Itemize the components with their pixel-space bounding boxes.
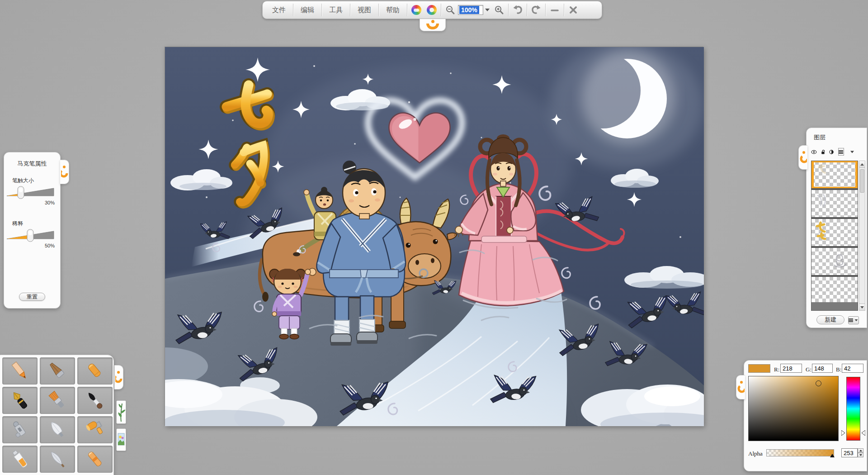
alpha-slider[interactable]: [766, 449, 834, 456]
toolbar-separator: [407, 4, 407, 16]
layers-list: [811, 161, 858, 311]
toolbar-separator: [564, 4, 564, 16]
layer-thumbnail-1[interactable]: [811, 161, 858, 190]
saturation-value-square[interactable]: [748, 376, 839, 441]
handle-arc-icon: [426, 24, 439, 29]
toolbar-separator: [293, 4, 293, 16]
green-input[interactable]: [812, 364, 833, 373]
layer-thumbnail-4[interactable]: [811, 248, 858, 277]
hue-arrow-left[interactable]: [841, 430, 845, 436]
hue-bar[interactable]: [846, 377, 860, 441]
brush-size-label: 笔触大小: [12, 177, 60, 185]
alpha-slider-marker[interactable]: [830, 454, 835, 457]
brush-tool-fountain-pen[interactable]: [2, 387, 38, 414]
menu-tools[interactable]: 工具: [323, 2, 349, 18]
dilution-value: 50%: [4, 243, 55, 248]
brush-size-value: 30%: [4, 200, 55, 205]
current-color-swatch[interactable]: [748, 364, 770, 373]
handle-crescent-icon: [115, 370, 123, 385]
handle-crescent-icon: [737, 380, 745, 395]
canvas-artwork[interactable]: [165, 47, 704, 426]
zoom-in-icon[interactable]: [491, 2, 507, 18]
alpha-spinner: [858, 448, 863, 457]
canvas-area[interactable]: [165, 47, 703, 426]
layer-menu-caret-icon[interactable]: [850, 151, 854, 153]
brush-size-slider[interactable]: [7, 185, 57, 200]
layer-blend-contrast-icon[interactable]: [829, 148, 834, 156]
rainbow-ring-logo-icon[interactable]: [424, 2, 439, 18]
close-icon[interactable]: [566, 2, 581, 18]
scrollbar-thumb[interactable]: [860, 169, 864, 193]
hue-arrow-right[interactable]: [861, 430, 865, 436]
layer-unlock-icon[interactable]: [821, 148, 826, 156]
brush-tool-ink-brush[interactable]: [77, 387, 113, 414]
brush-properties-collapse-handle[interactable]: [60, 160, 69, 184]
zoom-dropdown-icon[interactable]: [485, 9, 490, 11]
minimize-icon[interactable]: [547, 2, 562, 18]
crescent-moon: [581, 51, 675, 145]
zoom-level-value[interactable]: 100%: [459, 6, 479, 14]
green-label: G:: [806, 366, 811, 373]
redo-icon[interactable]: [528, 2, 544, 18]
brush-tool-crayon[interactable]: [77, 446, 113, 473]
layer-visibility-eye-icon[interactable]: [811, 149, 817, 155]
handle-crescent-icon: [61, 164, 68, 180]
toolbar-separator: [527, 4, 527, 16]
brush-palette-panel: [0, 355, 114, 475]
dilution-label: 稀释: [12, 220, 60, 228]
brush-tool-grid: [2, 357, 113, 473]
scroll-down-button[interactable]: [859, 304, 865, 310]
blue-input[interactable]: [842, 364, 863, 373]
reset-button[interactable]: 重置: [19, 293, 45, 301]
layer-thumbnail-3[interactable]: [811, 219, 858, 248]
toolbar-collapse-handle[interactable]: [420, 19, 446, 31]
red-input[interactable]: [780, 364, 802, 373]
toolbar-separator: [321, 4, 322, 16]
brush-tool-oil-knife[interactable]: [40, 446, 75, 473]
new-layer-button[interactable]: 新建: [816, 315, 844, 324]
brush-palette-collapse-handle[interactable]: [114, 365, 123, 390]
brush-tool-paint-roller[interactable]: [77, 416, 113, 443]
brush-tool-marker[interactable]: [77, 357, 113, 385]
toolbar-separator: [378, 4, 379, 16]
brush-tool-flat-brush[interactable]: [40, 387, 75, 414]
layer-list-menu-button[interactable]: [848, 316, 859, 324]
menu-view[interactable]: 视图: [352, 2, 377, 18]
scroll-up-button[interactable]: [859, 161, 865, 168]
layers-panel-title: 图层: [814, 133, 867, 142]
menu-edit[interactable]: 编辑: [295, 2, 320, 18]
brush-tool-wooden-pen[interactable]: [40, 357, 75, 385]
brush-tool-palette-knife[interactable]: [40, 416, 75, 443]
alpha-input[interactable]: [841, 448, 858, 457]
zoom-level-field[interactable]: 100%: [458, 5, 483, 15]
brush-tool-paint-tube[interactable]: [2, 446, 38, 473]
color-picker-panel: R: G: B: Alpha: [744, 360, 867, 471]
brush-properties-title: 马克笔属性: [4, 160, 60, 168]
red-label: R:: [774, 366, 779, 373]
dilution-slider[interactable]: [7, 228, 57, 243]
color-panel-collapse-handle[interactable]: [736, 375, 745, 399]
alpha-spin-up[interactable]: [858, 448, 863, 453]
plant-stamp-tool[interactable]: [116, 400, 126, 424]
brush-properties-panel: 马克笔属性 笔触大小 30% 稀释 50% 重置: [4, 152, 61, 309]
menu-help[interactable]: 帮助: [380, 2, 406, 18]
alpha-spin-down[interactable]: [858, 453, 863, 457]
undo-icon[interactable]: [510, 2, 525, 18]
handle-dot-icon: [431, 20, 434, 23]
layers-panel: 图层 新建: [806, 128, 867, 328]
picture-stamp-tool[interactable]: [116, 428, 126, 451]
layer-menu-icon[interactable]: [838, 148, 844, 156]
menu-file[interactable]: 文件: [266, 2, 292, 18]
zoom-out-icon[interactable]: [443, 2, 458, 18]
layer-thumbnail-2[interactable]: [811, 190, 858, 219]
main-toolbar: 文件 编辑 工具 视图 帮助 100%: [262, 1, 602, 19]
brush-tool-colored-pencil[interactable]: [2, 357, 38, 385]
brush-tool-airbrush[interactable]: [2, 416, 38, 443]
sv-selector-ring[interactable]: [816, 380, 821, 386]
handle-crescent-icon: [800, 150, 807, 165]
alpha-label: Alpha: [748, 450, 763, 457]
layers-scrollbar[interactable]: [859, 161, 865, 311]
layer-thumbnail-5[interactable]: [811, 277, 858, 302]
layers-panel-collapse-handle[interactable]: [798, 145, 807, 170]
rainbow-app-logo-icon[interactable]: [409, 2, 424, 18]
